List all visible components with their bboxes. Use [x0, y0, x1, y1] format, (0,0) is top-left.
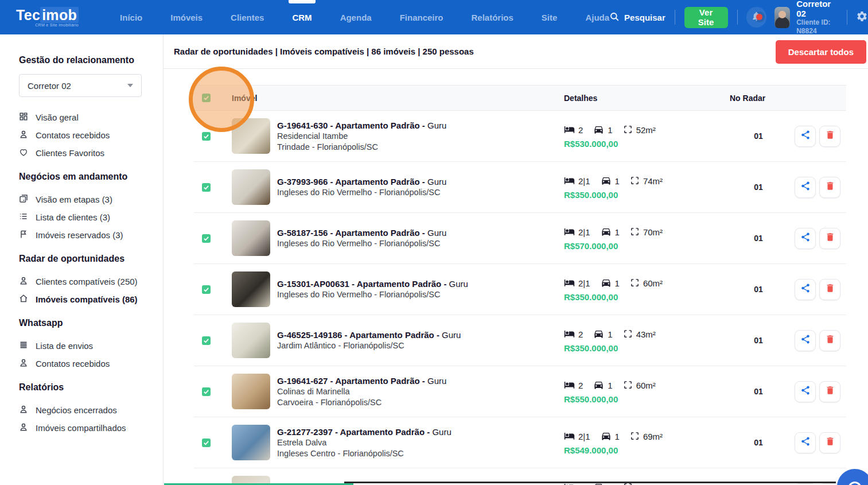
row-checkbox[interactable] [202, 183, 211, 192]
area-value: 70m² [643, 227, 663, 237]
share-button[interactable] [795, 432, 816, 453]
area-icon [630, 278, 640, 289]
nav-item-financeiro[interactable]: Financeiro [400, 0, 443, 34]
property-line: Colinas di Marinella [277, 386, 564, 397]
property-thumbnail[interactable] [232, 374, 270, 409]
select-all-checkbox[interactable] [202, 94, 211, 102]
beds-count: 2 [578, 125, 583, 135]
nav-item-relatorios[interactable]: Relatórios [472, 0, 513, 34]
delete-button[interactable] [819, 228, 840, 249]
nav-item-agenda[interactable]: Agenda [340, 0, 372, 34]
sidebar-item-lista-de-clientes-3[interactable]: Lista de clientes (3) [19, 208, 151, 226]
property-thumbnail[interactable] [232, 169, 270, 205]
sidebar-item-clientes-favoritos[interactable]: Clientes Favoritos [19, 144, 151, 162]
sidebar-item-imo-veis-compati-veis-86[interactable]: Imóveis compatíveis (86) [19, 290, 151, 308]
sidebar-item-imo-veis-reservados-3[interactable]: Imóveis reservados (3) [19, 226, 151, 244]
property-info[interactable]: G-21277-2397 - Apartamento Padrão - Guru… [277, 426, 564, 459]
share-button[interactable] [795, 228, 816, 249]
notifications-button[interactable] [746, 7, 766, 28]
property-info[interactable]: G-46525-149186 - Apartamento Padrão - Gu… [277, 329, 564, 351]
area-value: 69m² [643, 432, 663, 441]
radar-count: 01 [730, 387, 787, 396]
trash-icon [825, 385, 835, 398]
row-checkbox[interactable] [202, 234, 211, 243]
page-header: Radar de oportunidades | Imóveis compatí… [164, 34, 868, 69]
trash-icon [825, 436, 835, 449]
sidebar-item-contatos-recebidos[interactable]: Contatos recebidos [19, 355, 151, 373]
car-icon [593, 124, 604, 137]
trash-icon [825, 181, 835, 193]
area-icon [623, 329, 633, 340]
property-line: Ingleses do Rio Vermelho - Florianópolis… [277, 289, 564, 300]
row-checkbox[interactable] [202, 285, 211, 294]
delete-button[interactable] [819, 279, 840, 300]
user-avatar[interactable] [774, 7, 790, 28]
sidebar-section: Negócios em andamento Visão em etapas (3… [19, 172, 151, 244]
delete-button[interactable] [819, 126, 840, 147]
delete-button[interactable] [819, 177, 840, 198]
sidebar-item-imo-veis-compartilhados[interactable]: Imóveis compartilhados [19, 419, 151, 437]
property-info[interactable]: G-19641-627 - Apartamento Padrão - Guru … [277, 375, 564, 408]
property-info[interactable]: G-19641-630 - Apartamento Padrão - Guru … [277, 120, 564, 153]
share-button[interactable] [795, 177, 816, 198]
sidebar-item-lista-de-envios[interactable]: Lista de envios [19, 337, 151, 355]
broker-select[interactable]: Corretor 02 [19, 74, 142, 97]
sidebar-item-clientes-compati-veis-250[interactable]: Clientes compatíveis (250) [19, 273, 151, 290]
property-thumbnail[interactable] [232, 323, 270, 358]
property-thumbnail[interactable] [232, 425, 270, 460]
sidebar-item-contatos-recebidos[interactable]: Contatos recebidos [19, 126, 151, 144]
stages-icon [19, 194, 28, 205]
sidebar-section-heading: Whatsapp [19, 318, 151, 328]
share-button[interactable] [795, 483, 816, 485]
property-details: 2 1 43m² R$350.000,00 [564, 328, 730, 353]
nav-item-imoveis[interactable]: Imóveis [170, 0, 203, 34]
property-details: 2 1 60m² R$550.000,00 [564, 379, 730, 404]
share-icon [800, 436, 811, 449]
table-row: G-19641-630 - Apartamento Padrão - Guru … [194, 111, 846, 162]
sidebar-item-visa-o-geral[interactable]: Visão geral [19, 108, 151, 126]
row-checkbox[interactable] [202, 336, 211, 345]
row-checkbox[interactable] [202, 387, 211, 396]
property-info[interactable]: G-37993-966 - Apartamento Padrão - Guru … [277, 176, 564, 198]
sidebar-item-visa-o-em-etapas-3[interactable]: Visão em etapas (3) [19, 191, 151, 208]
search-button[interactable]: Pesquisar [609, 11, 665, 24]
sidebar-section-items: Lista de envios Contatos recebidos [19, 337, 151, 373]
radar-count: 01 [730, 183, 787, 192]
row-checkbox[interactable] [202, 132, 211, 141]
parking-count: 1 [615, 176, 620, 186]
user-info[interactable]: Corretor 02 Cliente ID: N8824 [796, 0, 837, 36]
nav-item-ajuda[interactable]: Ajuda [585, 0, 609, 34]
property-location-lines: Colinas di MarinellaCarvoeira - Florianó… [277, 386, 564, 408]
delete-button[interactable] [819, 432, 840, 453]
car-icon [593, 328, 604, 341]
property-info[interactable]: G-58187-156 - Apartamento Padrão - Guru … [277, 227, 564, 249]
property-price: R$549.000,00 [564, 445, 730, 455]
ver-site-button[interactable]: Ver Site [684, 7, 728, 28]
settings-menu-button[interactable] [856, 10, 868, 25]
navbar-right: Pesquisar Ver Site Corretor 02 Cliente I… [609, 0, 868, 36]
property-thumbnail[interactable] [232, 118, 270, 154]
property-thumbnail[interactable] [232, 271, 270, 307]
breadcrumb: Radar de oportunidades | Imóveis compatí… [174, 46, 474, 56]
nav-item-site[interactable]: Site [542, 0, 558, 34]
app-logo[interactable]: Tecimob CRM e Site imobiliário [16, 7, 79, 27]
share-button[interactable] [795, 330, 816, 351]
discard-all-button[interactable]: Descartar todos [776, 40, 866, 64]
property-thumbnail[interactable] [232, 220, 270, 256]
share-button[interactable] [795, 279, 816, 300]
area-value: 60m² [636, 381, 656, 390]
bed-icon [564, 277, 575, 290]
delete-button[interactable] [819, 330, 840, 351]
property-line: Residencial Itambe [277, 131, 564, 142]
area-icon [630, 176, 640, 187]
row-checkbox[interactable] [202, 439, 211, 447]
share-icon [800, 283, 811, 296]
nav-item-clientes[interactable]: Clientes [231, 0, 264, 34]
sidebar-item-nego-cios-encerrados[interactable]: Negócios encerrados [19, 401, 151, 419]
property-info[interactable]: G-15301-AP00631 - Apartamento Padrão - G… [277, 278, 564, 300]
share-button[interactable] [795, 126, 816, 147]
delete-button[interactable] [819, 381, 840, 402]
nav-item-inicio[interactable]: Início [120, 0, 142, 34]
nav-item-crm[interactable]: CRM [292, 0, 312, 34]
share-button[interactable] [795, 381, 816, 402]
